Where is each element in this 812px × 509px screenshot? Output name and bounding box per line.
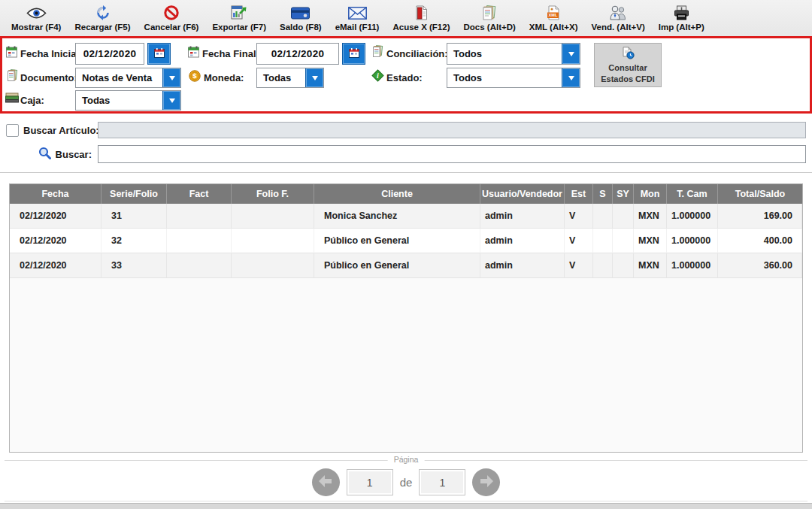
- table-row[interactable]: 02/12/2020 32 Público en General admin V…: [10, 229, 802, 253]
- table-cell: 1.000000: [667, 253, 718, 278]
- results-table: Fecha Serie/Folio Fact Folio F. Cliente …: [9, 183, 803, 453]
- svg-text:$: $: [192, 71, 197, 80]
- column-header[interactable]: Cliente: [314, 184, 480, 204]
- toolbar-button-xml[interactable]: ✹XML XML (Alt+X): [523, 2, 585, 35]
- table-cell: [232, 229, 314, 253]
- toolbar-button-vendedores[interactable]: Vend. (Alt+V): [584, 2, 651, 35]
- calendar-picker-icon: [349, 48, 359, 60]
- buscar-label: Buscar:: [56, 149, 92, 160]
- calendar-icon: [6, 46, 17, 61]
- column-header[interactable]: Fecha: [10, 184, 102, 204]
- buscar-articulo-checkbox[interactable]: [6, 124, 19, 137]
- docs-small-icon: [6, 69, 19, 85]
- table-cell: MXN: [634, 229, 667, 253]
- previous-page-button[interactable]: [312, 468, 340, 496]
- toolbar-button-docs[interactable]: Docs (Alt+D): [457, 2, 523, 35]
- svg-text:✹: ✹: [550, 7, 553, 11]
- filter-panel: Fecha Inicial: Fecha Final: Conciliación…: [0, 36, 812, 114]
- documento-select[interactable]: Notas de Venta: [75, 68, 181, 88]
- table-cell: Público en General: [314, 253, 480, 278]
- toolbar-button-email[interactable]: eMail (F11): [329, 2, 386, 35]
- toolbar-label: Docs (Alt+D): [464, 23, 516, 32]
- table-cell: [167, 253, 232, 278]
- pagination: Página de: [5, 460, 807, 502]
- buscar-input[interactable]: [98, 145, 806, 163]
- caja-label: Caja:: [20, 95, 44, 106]
- table-cell: MXN: [634, 253, 667, 278]
- table-cell: [593, 229, 613, 253]
- table-cell: admin: [480, 204, 565, 229]
- column-header[interactable]: T. Cam: [667, 184, 718, 204]
- column-header[interactable]: Folio F.: [232, 184, 314, 204]
- moneda-label: Moneda:: [204, 72, 244, 83]
- fecha-final-calendar-button[interactable]: [342, 43, 365, 65]
- table-cell: Monica Sanchez: [314, 204, 480, 229]
- current-page-input[interactable]: [347, 469, 393, 495]
- table-cell: [593, 253, 613, 278]
- table-cell: 33: [102, 253, 167, 278]
- cash-register-icon: [5, 92, 19, 106]
- chevron-down-icon: [305, 68, 323, 87]
- fecha-inicial-calendar-button[interactable]: [147, 43, 171, 65]
- toolbar-label: Vend. (Alt+V): [591, 23, 644, 32]
- toolbar-button-acuse-x[interactable]: Acuse X (F12): [386, 2, 456, 35]
- table-row[interactable]: 02/12/2020 31 Monica Sanchez admin V MXN…: [10, 204, 802, 229]
- table-empty-area: [10, 278, 802, 452]
- docs-stack-icon: [481, 5, 498, 21]
- toolbar-label: eMail (F11): [335, 23, 380, 32]
- table-cell: 1.000000: [667, 204, 718, 229]
- docs-small-icon: [371, 45, 384, 61]
- toolbar: Mostrar (F4) Recargar (F5) Cancelar (F6)…: [0, 0, 812, 36]
- column-header[interactable]: Serie/Folio: [102, 184, 167, 204]
- column-header[interactable]: Est: [565, 184, 593, 204]
- pagination-separator: de: [400, 476, 413, 489]
- toolbar-button-saldo[interactable]: Saldo (F8): [273, 2, 329, 35]
- arrow-left-icon: [318, 474, 333, 490]
- chevron-down-icon: [162, 68, 180, 87]
- consultar-line2: Estados CFDI: [601, 74, 655, 84]
- consultar-estados-cfdi-button[interactable]: Consultar Estados CFDI: [594, 43, 662, 87]
- table-row[interactable]: 02/12/2020 33 Público en General admin V…: [10, 253, 802, 278]
- conciliacion-select[interactable]: Todos: [447, 43, 580, 65]
- column-header[interactable]: Usuario/Vendedor: [480, 184, 565, 204]
- column-header[interactable]: Total/Saldo: [718, 184, 802, 204]
- column-header[interactable]: S: [593, 184, 613, 204]
- toolbar-button-exportar[interactable]: Exportar (F7): [205, 2, 273, 35]
- fecha-inicial-input[interactable]: [75, 43, 144, 65]
- toolbar-label: Exportar (F7): [212, 23, 266, 32]
- table-cell: V: [565, 253, 593, 278]
- toolbar-label: Saldo (F8): [280, 23, 322, 32]
- conciliacion-label: Conciliación:: [386, 48, 448, 59]
- next-page-button[interactable]: [472, 468, 500, 496]
- cancel-icon: [164, 5, 179, 21]
- caja-select[interactable]: Todas: [75, 90, 181, 111]
- toolbar-button-imprimir[interactable]: Imp (Alt+P): [652, 2, 711, 35]
- vendors-icon: [608, 5, 628, 21]
- conciliacion-value: Todos: [447, 44, 562, 64]
- toolbar-label: XML (Alt+X): [529, 23, 578, 32]
- column-header[interactable]: SY: [613, 184, 634, 204]
- moneda-value: Todas: [257, 68, 305, 87]
- toolbar-label: Cancelar (F6): [144, 23, 199, 32]
- fecha-final-input[interactable]: [256, 43, 339, 65]
- column-header[interactable]: Fact: [167, 184, 232, 204]
- table-cell: 360.00: [718, 253, 802, 278]
- table-cell: [613, 229, 634, 253]
- toolbar-button-mostrar[interactable]: Mostrar (F4): [5, 2, 68, 35]
- buscar-articulo-label: Buscar Artículo:: [23, 125, 99, 136]
- svg-text:i: i: [377, 71, 379, 80]
- moneda-select[interactable]: Todas: [256, 68, 324, 88]
- arrow-right-icon: [479, 474, 494, 490]
- calendar-picker-icon: [154, 48, 165, 60]
- search-section: Buscar Artículo: Buscar:: [0, 114, 812, 173]
- toolbar-button-cancelar[interactable]: Cancelar (F6): [138, 2, 206, 35]
- buscar-articulo-input[interactable]: [98, 122, 806, 138]
- total-pages-input[interactable]: [419, 469, 465, 495]
- toolbar-button-recargar[interactable]: Recargar (F5): [68, 2, 137, 35]
- estado-select[interactable]: Todos: [447, 68, 580, 88]
- toolbar-label: Acuse X (F12): [392, 23, 450, 32]
- calendar-icon: [188, 46, 199, 61]
- column-header[interactable]: Mon: [634, 184, 667, 204]
- toolbar-label: Mostrar (F4): [11, 23, 61, 32]
- table-cell: 32: [102, 229, 167, 253]
